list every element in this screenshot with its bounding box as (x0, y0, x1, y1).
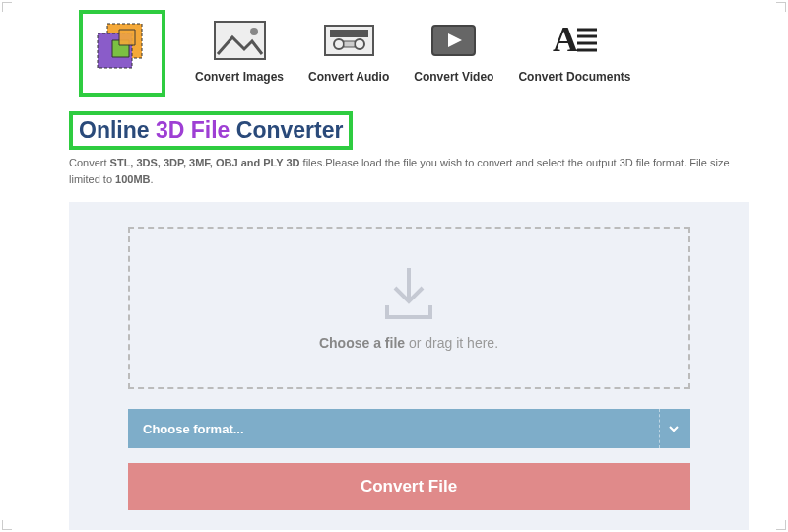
dropzone-label: Choose a file or drag it here. (319, 335, 498, 351)
format-placeholder: Choose format... (143, 422, 244, 436)
svg-text:A: A (553, 20, 578, 59)
page-title-highlight: Online 3D File Converter (69, 111, 353, 150)
nav-convert-audio[interactable]: Convert Audio (308, 18, 389, 84)
video-icon (427, 18, 481, 62)
svg-rect-7 (330, 30, 368, 37)
svg-marker-3 (119, 30, 135, 45)
page-title: Online 3D File Converter (79, 117, 343, 144)
chevron-down-icon (668, 423, 680, 434)
file-dropzone[interactable]: Choose a file or drag it here. (128, 227, 690, 389)
svg-point-5 (250, 28, 258, 35)
document-icon: A (548, 18, 602, 62)
convert-button[interactable]: Convert File (128, 463, 690, 510)
description-text: Convert STL, 3DS, 3DP, 3MF, OBJ and PLY … (69, 155, 758, 187)
svg-rect-4 (215, 22, 265, 59)
nav-label: Convert Documents (518, 70, 630, 84)
convert-button-label: Convert File (361, 477, 457, 497)
upload-panel: Choose a file or drag it here. Choose fo… (69, 202, 749, 530)
nav-label: Convert Audio (308, 70, 389, 84)
download-icon (379, 266, 438, 320)
nav-convert-images[interactable]: Convert Images (195, 18, 284, 84)
nav-label: Convert Images (195, 70, 284, 84)
cassette-icon (322, 18, 376, 62)
svg-rect-10 (344, 41, 355, 47)
nav-convert-video[interactable]: Convert Video (414, 18, 493, 84)
nav-label: Convert Video (414, 70, 493, 84)
logo-3d[interactable] (79, 10, 165, 97)
nav-convert-documents[interactable]: A Convert Documents (518, 18, 630, 84)
format-select[interactable]: Choose format... (128, 409, 690, 448)
image-icon (213, 18, 267, 62)
